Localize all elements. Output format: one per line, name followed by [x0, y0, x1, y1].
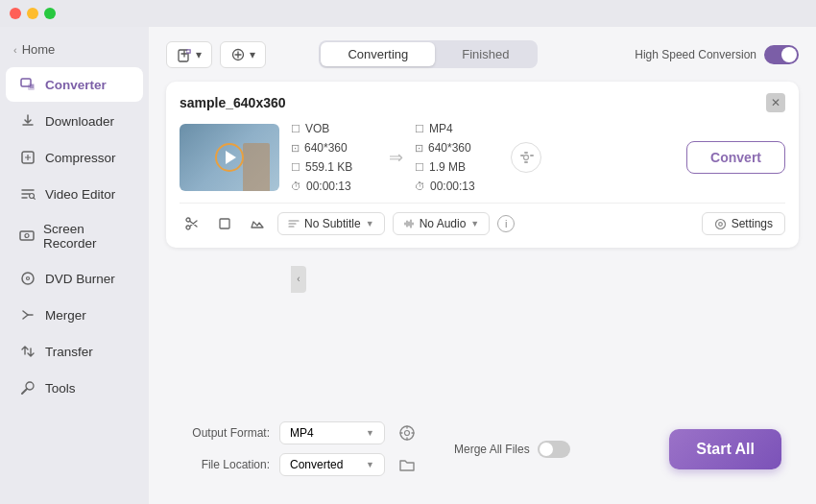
tab-group: Converting Finished [319, 40, 538, 68]
play-button[interactable] [215, 143, 244, 172]
minimize-button[interactable] [27, 8, 38, 19]
format-settings-button[interactable] [511, 142, 541, 173]
audio-icon [403, 218, 415, 229]
audio-dropdown[interactable]: No Audio ▼ [393, 212, 491, 235]
output-format-select[interactable]: MP4 ▼ [279, 421, 385, 444]
downloader-icon [19, 112, 36, 130]
sidebar-item-compressor[interactable]: Compressor [6, 140, 143, 175]
subtitle-caret-icon: ▼ [366, 219, 374, 228]
sidebar-item-tools[interactable]: Tools [6, 371, 143, 405]
sidebar-item-merger[interactable]: Merger [6, 298, 143, 332]
duration-icon: ⏱ [291, 180, 301, 192]
add-more-button[interactable]: ▾ [220, 41, 266, 68]
svg-rect-18 [220, 219, 229, 228]
scissors-icon [184, 216, 200, 231]
output-file-size: 1.9 MB [429, 160, 466, 174]
sidebar-item-video-editor[interactable]: Video Editor [6, 177, 143, 211]
compressor-label: Compressor [45, 151, 116, 165]
home-nav[interactable]: ‹ Home [0, 36, 149, 66]
merge-toggle[interactable] [538, 441, 570, 458]
video-thumbnail[interactable] [180, 124, 279, 191]
convert-arrow: ⇒ [377, 147, 415, 168]
info-button[interactable]: i [497, 215, 515, 232]
subtitle-icon [288, 218, 300, 229]
tools-label: Tools [45, 381, 76, 396]
effects-button[interactable] [245, 211, 270, 236]
bottom-bar: Output Format: MP4 ▼ [166, 411, 799, 491]
dvd-burner-icon [19, 270, 36, 287]
sidebar-item-converter[interactable]: Converter [6, 67, 143, 102]
content-spacer [166, 248, 799, 411]
maximize-button[interactable] [44, 8, 56, 19]
svg-rect-14 [530, 155, 534, 156]
add-files-button[interactable]: ▾ [166, 41, 212, 68]
start-all-button[interactable]: Start All [669, 429, 781, 469]
source-format-block: ☐ VOB ⊡ 640*360 ☐ 559.1 KB [291, 122, 377, 193]
sidebar-item-screen-recorder[interactable]: Screen Recorder [6, 213, 143, 259]
svg-rect-4 [20, 231, 34, 240]
merger-icon [19, 306, 36, 324]
add-buttons-group: ▾ ▾ [166, 41, 266, 68]
svg-point-19 [715, 219, 725, 228]
open-folder-button[interactable] [395, 452, 420, 477]
source-format-row: ☐ VOB [291, 122, 377, 135]
converter-label: Converter [45, 78, 107, 92]
file-card: sample_640x360 ✕ [166, 82, 799, 248]
output-format-value: MP4 [290, 426, 314, 440]
folder-icon [398, 456, 416, 473]
source-duration: 00:00:13 [306, 180, 351, 193]
sidebar-item-dvd-burner[interactable]: DVD Burner [6, 261, 143, 296]
source-format: VOB [305, 122, 329, 135]
sidebar-collapse-button[interactable]: ‹ [291, 266, 306, 293]
svg-point-20 [718, 222, 722, 226]
settings-gear-icon [518, 150, 534, 165]
sidebar-item-downloader[interactable]: Downloader [6, 104, 143, 138]
output-resolution-icon: ⊡ [415, 142, 423, 155]
output-file-icon: ☐ [415, 123, 424, 135]
main-content: ▾ ▾ Converting Finished High Sp [149, 27, 816, 504]
double-arrow-icon: ⇒ [389, 147, 403, 168]
transfer-icon [19, 343, 36, 360]
output-format-block: ☐ MP4 ⊡ 640*360 ☐ 1.9 MB [415, 122, 501, 193]
output-duration: 00:00:13 [430, 180, 475, 193]
audio-caret-icon: ▼ [470, 219, 479, 228]
file-location-select[interactable]: Converted ▼ [279, 453, 385, 476]
home-label: Home [22, 42, 56, 57]
sidebar-item-transfer[interactable]: Transfer [6, 334, 143, 369]
compressor-icon [19, 149, 36, 166]
source-size-row: ☐ 559.1 KB [291, 160, 377, 174]
output-settings-icon [398, 424, 416, 442]
merge-section: Merge All Files [454, 441, 570, 458]
convert-button[interactable]: Convert [686, 141, 785, 174]
tab-converting[interactable]: Converting [321, 42, 435, 66]
settings-icon [714, 218, 727, 230]
subtitle-dropdown[interactable]: No Subtitle ▼ [277, 212, 385, 235]
svg-point-6 [22, 273, 34, 284]
top-bar-right: High Speed Conversion [635, 45, 799, 64]
add-more-caret: ▾ [250, 48, 255, 61]
titlebar [0, 0, 816, 27]
output-settings-button[interactable] [395, 420, 420, 445]
merge-label: Merge All Files [454, 443, 530, 456]
file-location-value: Converted [290, 458, 343, 471]
cut-button[interactable] [180, 211, 204, 236]
output-form: Output Format: MP4 ▼ [183, 420, 420, 477]
source-duration-row: ⏱ 00:00:13 [291, 180, 377, 193]
transfer-label: Transfer [45, 345, 93, 359]
crop-button[interactable] [212, 211, 237, 236]
file-name: sample_640x360 [180, 95, 286, 110]
file-location-row: File Location: Converted ▼ [183, 452, 420, 477]
sidebar: ‹ Home Converter Downloader [0, 27, 149, 504]
tab-finished[interactable]: Finished [435, 42, 536, 66]
output-resolution-row: ⊡ 640*360 [415, 141, 501, 155]
video-editor-icon [19, 185, 36, 203]
high-speed-toggle[interactable] [764, 45, 799, 64]
file-icon: ☐ [291, 123, 300, 135]
close-button[interactable] [10, 8, 21, 19]
settings-button[interactable]: Settings [702, 212, 785, 235]
file-location-caret-icon: ▼ [366, 460, 374, 469]
video-editor-label: Video Editor [45, 187, 115, 202]
dvd-burner-label: DVD Burner [45, 272, 115, 286]
card-toolbar: No Subtitle ▼ No Audio ▼ i [180, 203, 785, 236]
remove-file-button[interactable]: ✕ [766, 93, 785, 112]
